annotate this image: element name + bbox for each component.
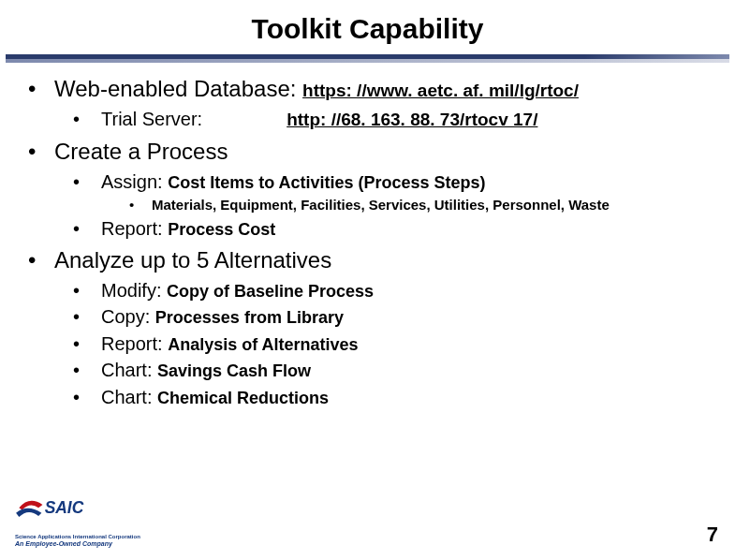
bullet-dot: • <box>28 138 54 166</box>
bullet-dot: • <box>73 107 101 131</box>
analyze-rest: Analysis of Alternatives <box>168 335 358 354</box>
bullet-dot: • <box>73 385 101 409</box>
svg-text:SAIC: SAIC <box>45 498 84 517</box>
assign-sub: Materials, Equipment, Facilities, Servic… <box>152 196 610 214</box>
bullet-dot: • <box>73 332 101 356</box>
analyze-rest: Savings Cash Flow <box>157 361 311 380</box>
analyze-prefix: Chart: <box>101 387 157 407</box>
company-full: Science Applications International Corpo… <box>15 534 140 539</box>
bullet-dot: • <box>73 304 101 329</box>
bullet-create: • Create a Process • Assign: Cost Items … <box>28 138 726 241</box>
analyze-item: Report: Analysis of Alternatives <box>101 332 359 356</box>
analyze-prefix: Copy: <box>101 306 155 327</box>
analyze-prefix: Report: <box>101 333 168 354</box>
rule-light <box>6 59 729 63</box>
web-label: Web-enabled Database: <box>54 76 302 101</box>
slide: Toolkit Capability • Web-enabled Databas… <box>0 0 735 560</box>
analyze-prefix: Modify: <box>101 280 167 301</box>
bullet-dot: • <box>129 196 152 214</box>
analyze-item: Copy: Processes from Library <box>101 304 344 329</box>
slide-title: Toolkit Capability <box>0 0 735 54</box>
analyze-item: Chart: Savings Cash Flow <box>101 358 311 382</box>
assign-rest: Cost Items to Activities (Process Steps) <box>168 173 485 192</box>
report-text: Report: Process Cost <box>101 216 275 241</box>
bullet-analyze: • Analyze up to 5 Alternatives •Modify: … <box>28 246 726 409</box>
analyze-label: Analyze up to 5 Alternatives <box>54 246 331 274</box>
bullet-dot: • <box>73 278 101 302</box>
assign-prefix: Assign: <box>101 171 168 192</box>
bullet-dot: • <box>73 358 101 382</box>
title-rule <box>6 54 729 64</box>
analyze-rest: Processes from Library <box>155 308 344 327</box>
web-url-link[interactable]: https: //www. aetc. af. mil/lg/rtoc/ <box>302 81 579 100</box>
trial-url-link[interactable]: http: //68. 163. 88. 73/rtocv 17/ <box>287 109 537 132</box>
analyze-item: Modify: Copy of Baseline Process <box>101 278 374 302</box>
footer-logo: SAIC Science Applications International … <box>15 491 140 547</box>
assign-text: Assign: Cost Items to Activities (Proces… <box>101 169 486 194</box>
analyze-item: Chart: Chemical Reductions <box>101 385 329 409</box>
bullet-dot: • <box>73 169 101 194</box>
report-prefix: Report: <box>101 218 168 239</box>
bullet-web-text: Web-enabled Database: https: //www. aetc… <box>54 75 579 103</box>
page-number: 7 <box>707 523 718 547</box>
saic-logo-icon: SAIC <box>15 491 127 530</box>
bullet-dot: • <box>28 246 54 274</box>
analyze-rest: Chemical Reductions <box>157 389 329 407</box>
analyze-rest: Copy of Baseline Process <box>167 282 374 301</box>
bullet-web: • Web-enabled Database: https: //www. ae… <box>28 75 726 132</box>
company-tagline: An Employee-Owned Company <box>15 540 140 547</box>
report-rest: Process Cost <box>168 220 275 239</box>
trial-label: Trial Server: <box>101 107 202 131</box>
bullet-dot: • <box>73 216 101 241</box>
create-label: Create a Process <box>54 138 228 166</box>
content: • Web-enabled Database: https: //www. ae… <box>0 75 735 409</box>
bullet-dot: • <box>28 75 54 103</box>
analyze-prefix: Chart: <box>101 360 157 380</box>
saic-logo: SAIC Science Applications International … <box>15 491 140 547</box>
